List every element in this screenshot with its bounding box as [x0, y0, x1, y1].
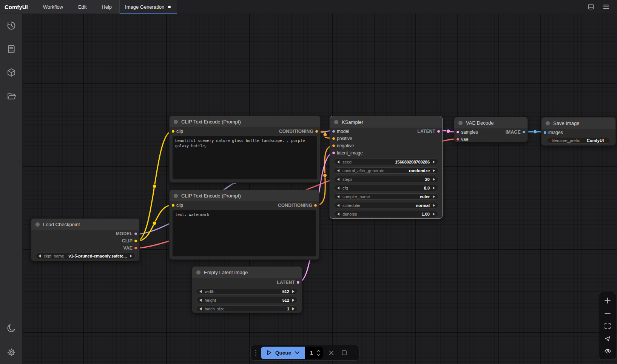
- port-model-output[interactable]: [134, 232, 137, 235]
- port-latent-output[interactable]: [296, 281, 300, 284]
- node-graph-canvas[interactable]: Load Checkpoint MODEL CLIP VAE ckpt_name…: [0, 0, 617, 364]
- menu-workflow[interactable]: Workflow: [35, 0, 71, 14]
- port-negative-input[interactable]: [332, 144, 335, 147]
- collapse-dot-icon[interactable]: [174, 194, 178, 198]
- port-clip-input[interactable]: [171, 204, 175, 207]
- filename-prefix-widget[interactable]: filename_prefix ComfyUI: [547, 137, 610, 143]
- decrement-arrow-icon[interactable]: [337, 195, 339, 198]
- height-widget[interactable]: height 512: [196, 297, 298, 303]
- node-load-checkpoint[interactable]: Load Checkpoint MODEL CLIP VAE ckpt_name…: [31, 218, 140, 261]
- menu-help[interactable]: Help: [94, 0, 119, 14]
- increment-arrow-icon[interactable]: [130, 254, 132, 258]
- link-midpoint-dot-image[interactable]: [533, 130, 537, 134]
- decrement-arrow-icon[interactable]: [337, 204, 339, 207]
- node-vae-decode[interactable]: VAE Decode samples IMAGE vae: [454, 117, 528, 142]
- port-conditioning-output[interactable]: [314, 204, 317, 207]
- port-image-output[interactable]: [522, 130, 526, 134]
- port-clip-input[interactable]: [171, 130, 175, 133]
- spinner-up-icon[interactable]: [316, 350, 321, 352]
- cfg-widget[interactable]: cfg 8.0: [334, 185, 438, 191]
- port-vae-output[interactable]: [134, 246, 137, 250]
- increment-arrow-icon[interactable]: [292, 290, 295, 293]
- positive-prompt-textarea[interactable]: beautiful scenery nature glass bottle la…: [173, 136, 317, 179]
- sampler-name-widget[interactable]: sampler_name euler: [334, 193, 438, 200]
- node-header[interactable]: CLIP Text Encode (Prompt): [170, 190, 319, 201]
- node-save-image[interactable]: Save Image images filename_prefix ComfyU…: [541, 117, 616, 146]
- collapse-dot-icon[interactable]: [196, 270, 201, 275]
- port-clip-output[interactable]: [134, 239, 137, 242]
- decrement-arrow-icon[interactable]: [199, 299, 202, 302]
- collapse-dot-icon[interactable]: [35, 222, 40, 227]
- zoom-out-button[interactable]: [603, 309, 612, 318]
- toggle-bottom-panel-button[interactable]: [586, 2, 596, 12]
- decrement-arrow-icon[interactable]: [199, 307, 202, 310]
- node-header[interactable]: Save Image: [541, 117, 615, 129]
- decrement-arrow-icon[interactable]: [337, 213, 339, 216]
- spinner-down-icon[interactable]: [316, 353, 321, 356]
- zoom-in-button[interactable]: [603, 296, 612, 305]
- node-header[interactable]: Load Checkpoint: [31, 219, 139, 230]
- width-widget[interactable]: width 512: [196, 288, 298, 295]
- collapse-dot-icon[interactable]: [458, 121, 463, 125]
- node-clip-text-encode-negative[interactable]: CLIP Text Encode (Prompt) clip CONDITION…: [169, 190, 319, 260]
- scheduler-widget[interactable]: scheduler normal: [334, 202, 438, 208]
- stop-button[interactable]: [339, 348, 349, 357]
- link-midpoint-dot-samples[interactable]: [446, 130, 450, 133]
- decrement-arrow-icon[interactable]: [337, 187, 339, 190]
- control-after-generate-widget[interactable]: control_after_generate randomize: [334, 167, 438, 174]
- sidebar-item-history[interactable]: [6, 21, 16, 31]
- node-header[interactable]: CLIP Text Encode (Prompt): [170, 116, 320, 127]
- node-header[interactable]: Empty Latent Image: [192, 267, 302, 278]
- increment-arrow-icon[interactable]: [433, 213, 435, 216]
- theme-toggle-button[interactable]: [6, 323, 16, 333]
- collapse-dot-icon[interactable]: [334, 120, 338, 124]
- increment-arrow-icon[interactable]: [433, 169, 435, 172]
- batch-count-input[interactable]: 1: [309, 350, 314, 356]
- node-clip-text-encode-positive[interactable]: CLIP Text Encode (Prompt) clip CONDITION…: [169, 116, 321, 183]
- decrement-arrow-icon[interactable]: [39, 254, 41, 258]
- link-midpoint-dot-clip-to-negative[interactable]: [153, 221, 156, 225]
- node-header[interactable]: VAE Decode: [454, 117, 528, 128]
- ckpt-name-combo[interactable]: ckpt_name v1-5-pruned-emaonly.safete...: [35, 253, 136, 259]
- settings-button[interactable]: [6, 347, 16, 357]
- node-ksampler[interactable]: KSampler model LATENT positive negative …: [330, 116, 443, 219]
- increment-arrow-icon[interactable]: [292, 299, 295, 302]
- decrement-arrow-icon[interactable]: [337, 160, 339, 163]
- port-positive-input[interactable]: [332, 137, 335, 140]
- menu-edit[interactable]: Edit: [71, 0, 94, 14]
- increment-arrow-icon[interactable]: [292, 307, 295, 310]
- main-menu-button[interactable]: [601, 2, 611, 12]
- sidebar-item-workflows[interactable]: [6, 91, 16, 101]
- seed-widget[interactable]: seed 156680208700286: [334, 159, 438, 165]
- batch-size-widget[interactable]: batch_size 1: [196, 305, 298, 312]
- link-midpoint-dot-clip-to-positive[interactable]: [153, 184, 156, 188]
- denoise-widget[interactable]: denoise 1.00: [334, 211, 438, 217]
- steps-widget[interactable]: steps 20: [334, 176, 438, 182]
- queue-button[interactable]: Queue: [261, 347, 305, 359]
- port-conditioning-output[interactable]: [315, 130, 318, 133]
- node-header[interactable]: KSampler: [330, 116, 442, 128]
- decrement-arrow-icon[interactable]: [199, 290, 202, 293]
- node-empty-latent-image[interactable]: Empty Latent Image LATENT width 512 heig…: [192, 266, 302, 313]
- drag-handle-icon[interactable]: [255, 350, 257, 356]
- port-latent-output[interactable]: [437, 130, 440, 133]
- increment-arrow-icon[interactable]: [433, 187, 435, 190]
- increment-arrow-icon[interactable]: [433, 195, 435, 198]
- collapse-dot-icon[interactable]: [546, 121, 550, 125]
- port-samples-input[interactable]: [456, 130, 460, 134]
- fit-view-button[interactable]: [603, 321, 612, 330]
- clear-queue-button[interactable]: [327, 348, 336, 357]
- decrement-arrow-icon[interactable]: [337, 169, 339, 172]
- sidebar-item-node-library[interactable]: [6, 44, 16, 54]
- port-images-input[interactable]: [543, 131, 547, 134]
- select-mode-button[interactable]: [603, 334, 612, 343]
- collapse-dot-icon[interactable]: [174, 120, 178, 124]
- link-midpoint-dot-conditioning-positive[interactable]: [323, 133, 327, 137]
- port-vae-input[interactable]: [456, 137, 460, 141]
- increment-arrow-icon[interactable]: [433, 178, 435, 181]
- port-model-input[interactable]: [332, 130, 335, 133]
- increment-arrow-icon[interactable]: [433, 160, 435, 163]
- sidebar-item-model-library[interactable]: [6, 68, 16, 77]
- port-latent-image-input[interactable]: [332, 151, 335, 154]
- increment-arrow-icon[interactable]: [433, 204, 435, 207]
